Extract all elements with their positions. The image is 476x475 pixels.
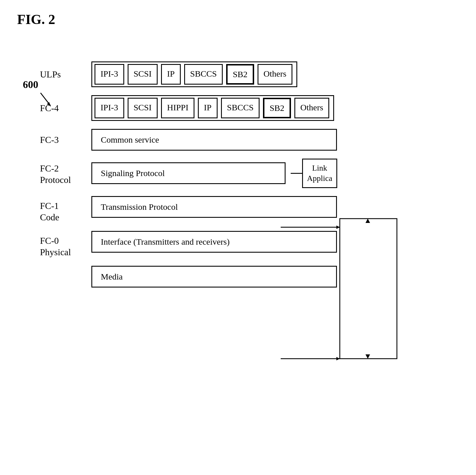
ulps-label: ULPs	[40, 69, 91, 80]
fc4-others: Others	[294, 98, 329, 118]
link-applica-box: LinkApplica	[302, 159, 337, 188]
ulps-group: IPI-3 SCSI IP SBCCS SB2 Others	[91, 61, 297, 87]
fc1-row: FC-1Code Transmission Protocol	[40, 196, 459, 223]
media-box: Media	[91, 266, 337, 288]
svg-marker-8	[336, 357, 340, 360]
ulps-others: Others	[258, 64, 292, 85]
fc4-sb2: SB2	[263, 98, 291, 118]
fc0-interface: Interface (Transmitters and receivers)	[91, 231, 337, 253]
fc3-label: FC-3	[40, 134, 91, 145]
ulps-scsi: SCSI	[128, 64, 158, 85]
fc2-label: FC-2Protocol	[40, 159, 91, 185]
figure-title: FIG. 2	[17, 11, 459, 27]
ulps-sbccs: SBCCS	[184, 64, 223, 85]
fc2-signaling-protocol: Signaling Protocol	[91, 162, 286, 184]
fc4-row: FC-4 IPI-3 SCSI HIPPI IP SBCCS SB2 Other…	[40, 95, 459, 121]
ulps-ipi3: IPI-3	[95, 64, 124, 85]
ulps-row: ULPs IPI-3 SCSI IP SBCCS SB2 Others	[40, 61, 459, 87]
fc3-common-service: Common service	[91, 129, 337, 151]
fc4-label: FC-4	[40, 103, 91, 113]
ulps-sb2: SB2	[226, 64, 254, 85]
ulps-ip: IP	[161, 64, 181, 85]
fc1-transmission-protocol: Transmission Protocol	[91, 196, 337, 218]
fc4-ip: IP	[198, 98, 218, 118]
fc0-label: FC-0Physical	[40, 231, 91, 258]
fc1-label: FC-1Code	[40, 196, 91, 223]
fc4-hippi: HIPPI	[161, 98, 194, 118]
fc4-sbccs: SBCCS	[221, 98, 260, 118]
fc2-row: FC-2Protocol Signaling Protocol LinkAppl…	[40, 159, 459, 188]
fc4-scsi: SCSI	[128, 98, 158, 118]
media-row: Media	[40, 266, 459, 288]
fc3-row: FC-3 Common service	[40, 129, 459, 151]
reference-number: 600	[23, 79, 38, 91]
fc4-group: IPI-3 SCSI HIPPI IP SBCCS SB2 Others	[91, 95, 334, 121]
fc0-row: FC-0Physical Interface (Transmitters and…	[40, 231, 459, 258]
fc4-ipi3: IPI-3	[95, 98, 124, 118]
svg-marker-4	[365, 354, 370, 359]
